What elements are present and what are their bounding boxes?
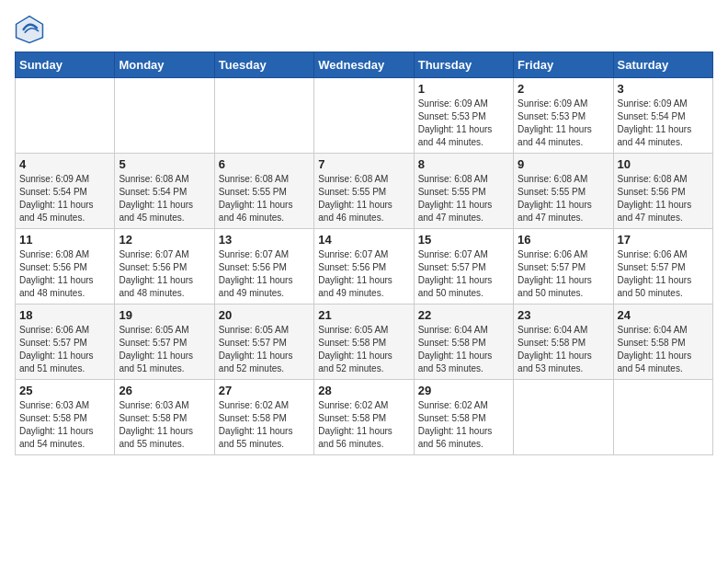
calendar-week-4: 18Sunrise: 6:06 AMSunset: 5:57 PMDayligh… <box>16 304 713 380</box>
day-number: 14 <box>318 233 409 247</box>
day-info: Sunrise: 6:09 AMSunset: 5:54 PMDaylight:… <box>19 173 110 224</box>
header-monday: Monday <box>115 52 214 78</box>
day-info: Sunrise: 6:04 AMSunset: 5:58 PMDaylight:… <box>618 324 709 375</box>
calendar-cell: 17Sunrise: 6:06 AMSunset: 5:57 PMDayligh… <box>613 229 712 304</box>
day-number: 24 <box>618 308 709 322</box>
calendar-cell: 14Sunrise: 6:07 AMSunset: 5:56 PMDayligh… <box>314 229 414 304</box>
day-info: Sunrise: 6:08 AMSunset: 5:55 PMDaylight:… <box>418 173 509 224</box>
day-info: Sunrise: 6:04 AMSunset: 5:58 PMDaylight:… <box>518 324 609 375</box>
calendar-cell: 19Sunrise: 6:05 AMSunset: 5:57 PMDayligh… <box>115 304 214 380</box>
calendar-cell: 11Sunrise: 6:08 AMSunset: 5:56 PMDayligh… <box>16 229 115 304</box>
header-friday: Friday <box>514 52 613 78</box>
day-info: Sunrise: 6:09 AMSunset: 5:54 PMDaylight:… <box>618 98 709 149</box>
calendar-week-1: 1Sunrise: 6:09 AMSunset: 5:53 PMDaylight… <box>16 78 713 154</box>
day-number: 6 <box>219 157 310 171</box>
day-number: 18 <box>19 308 110 322</box>
day-number: 8 <box>418 157 509 171</box>
logo-icon <box>15 15 44 44</box>
calendar-week-3: 11Sunrise: 6:08 AMSunset: 5:56 PMDayligh… <box>16 229 713 304</box>
day-info: Sunrise: 6:08 AMSunset: 5:55 PMDaylight:… <box>219 173 310 224</box>
header-saturday: Saturday <box>613 52 712 78</box>
day-info: Sunrise: 6:05 AMSunset: 5:57 PMDaylight:… <box>119 324 210 375</box>
calendar-cell: 26Sunrise: 6:03 AMSunset: 5:58 PMDayligh… <box>115 380 214 455</box>
calendar-cell: 8Sunrise: 6:08 AMSunset: 5:55 PMDaylight… <box>414 154 513 229</box>
calendar-cell: 23Sunrise: 6:04 AMSunset: 5:58 PMDayligh… <box>514 304 613 380</box>
day-number: 1 <box>418 82 509 96</box>
day-number: 22 <box>418 308 509 322</box>
calendar-week-2: 4Sunrise: 6:09 AMSunset: 5:54 PMDaylight… <box>16 154 713 229</box>
header-thursday: Thursday <box>414 52 513 78</box>
day-number: 23 <box>518 308 609 322</box>
calendar-cell: 25Sunrise: 6:03 AMSunset: 5:58 PMDayligh… <box>16 380 115 455</box>
day-number: 5 <box>119 157 210 171</box>
calendar-cell: 29Sunrise: 6:02 AMSunset: 5:58 PMDayligh… <box>414 380 513 455</box>
page-header <box>15 15 713 44</box>
calendar-cell: 20Sunrise: 6:05 AMSunset: 5:57 PMDayligh… <box>214 304 313 380</box>
day-number: 3 <box>618 82 709 96</box>
calendar-cell: 9Sunrise: 6:08 AMSunset: 5:55 PMDaylight… <box>514 154 613 229</box>
calendar-table: Sunday Monday Tuesday Wednesday Thursday… <box>15 52 713 455</box>
calendar-cell: 24Sunrise: 6:04 AMSunset: 5:58 PMDayligh… <box>613 304 712 380</box>
calendar-cell: 10Sunrise: 6:08 AMSunset: 5:56 PMDayligh… <box>613 154 712 229</box>
day-number: 21 <box>318 308 409 322</box>
calendar-cell: 13Sunrise: 6:07 AMSunset: 5:56 PMDayligh… <box>214 229 313 304</box>
calendar-cell <box>115 78 214 154</box>
day-number: 28 <box>318 384 409 397</box>
day-number: 29 <box>418 384 509 397</box>
day-number: 20 <box>219 308 310 322</box>
day-info: Sunrise: 6:06 AMSunset: 5:57 PMDaylight:… <box>618 248 709 300</box>
day-number: 4 <box>19 157 110 171</box>
header-wednesday: Wednesday <box>314 52 414 78</box>
day-number: 25 <box>19 384 110 397</box>
day-number: 15 <box>418 233 509 247</box>
calendar-week-5: 25Sunrise: 6:03 AMSunset: 5:58 PMDayligh… <box>16 380 713 455</box>
day-number: 7 <box>318 157 409 171</box>
calendar-cell: 15Sunrise: 6:07 AMSunset: 5:57 PMDayligh… <box>414 229 513 304</box>
calendar-cell: 12Sunrise: 6:07 AMSunset: 5:56 PMDayligh… <box>115 229 214 304</box>
calendar-cell: 2Sunrise: 6:09 AMSunset: 5:53 PMDaylight… <box>514 78 613 154</box>
calendar-cell <box>214 78 313 154</box>
day-info: Sunrise: 6:07 AMSunset: 5:56 PMDaylight:… <box>219 248 310 300</box>
day-info: Sunrise: 6:04 AMSunset: 5:58 PMDaylight:… <box>418 324 509 375</box>
calendar-cell: 6Sunrise: 6:08 AMSunset: 5:55 PMDaylight… <box>214 154 313 229</box>
day-number: 27 <box>219 384 310 397</box>
day-info: Sunrise: 6:02 AMSunset: 5:58 PMDaylight:… <box>318 399 409 451</box>
calendar-cell: 21Sunrise: 6:05 AMSunset: 5:58 PMDayligh… <box>314 304 414 380</box>
day-info: Sunrise: 6:05 AMSunset: 5:58 PMDaylight:… <box>318 324 409 375</box>
header-sunday: Sunday <box>16 52 115 78</box>
day-info: Sunrise: 6:08 AMSunset: 5:55 PMDaylight:… <box>318 173 409 224</box>
header-tuesday: Tuesday <box>214 52 313 78</box>
day-info: Sunrise: 6:03 AMSunset: 5:58 PMDaylight:… <box>119 399 210 451</box>
day-number: 9 <box>518 157 609 171</box>
logo <box>15 15 48 44</box>
day-number: 16 <box>518 233 609 247</box>
calendar-cell: 1Sunrise: 6:09 AMSunset: 5:53 PMDaylight… <box>414 78 513 154</box>
calendar-cell: 7Sunrise: 6:08 AMSunset: 5:55 PMDaylight… <box>314 154 414 229</box>
day-info: Sunrise: 6:02 AMSunset: 5:58 PMDaylight:… <box>418 399 509 451</box>
day-info: Sunrise: 6:05 AMSunset: 5:57 PMDaylight:… <box>219 324 310 375</box>
day-number: 19 <box>119 308 210 322</box>
calendar-cell: 18Sunrise: 6:06 AMSunset: 5:57 PMDayligh… <box>16 304 115 380</box>
calendar-cell: 4Sunrise: 6:09 AMSunset: 5:54 PMDaylight… <box>16 154 115 229</box>
day-info: Sunrise: 6:07 AMSunset: 5:56 PMDaylight:… <box>318 248 409 300</box>
day-info: Sunrise: 6:08 AMSunset: 5:55 PMDaylight:… <box>518 173 609 224</box>
day-info: Sunrise: 6:09 AMSunset: 5:53 PMDaylight:… <box>518 98 609 149</box>
day-info: Sunrise: 6:06 AMSunset: 5:57 PMDaylight:… <box>19 324 110 375</box>
calendar-cell: 22Sunrise: 6:04 AMSunset: 5:58 PMDayligh… <box>414 304 513 380</box>
day-info: Sunrise: 6:09 AMSunset: 5:53 PMDaylight:… <box>418 98 509 149</box>
day-info: Sunrise: 6:06 AMSunset: 5:57 PMDaylight:… <box>518 248 609 300</box>
calendar-cell: 3Sunrise: 6:09 AMSunset: 5:54 PMDaylight… <box>613 78 712 154</box>
day-number: 10 <box>618 157 709 171</box>
calendar-cell <box>613 380 712 455</box>
day-info: Sunrise: 6:07 AMSunset: 5:56 PMDaylight:… <box>119 248 210 300</box>
calendar-body: 1Sunrise: 6:09 AMSunset: 5:53 PMDaylight… <box>16 78 713 455</box>
calendar-cell: 27Sunrise: 6:02 AMSunset: 5:58 PMDayligh… <box>214 380 313 455</box>
calendar-cell: 16Sunrise: 6:06 AMSunset: 5:57 PMDayligh… <box>514 229 613 304</box>
day-info: Sunrise: 6:07 AMSunset: 5:57 PMDaylight:… <box>418 248 509 300</box>
day-number: 2 <box>518 82 609 96</box>
calendar-cell <box>314 78 414 154</box>
days-header-row: Sunday Monday Tuesday Wednesday Thursday… <box>16 52 713 78</box>
day-info: Sunrise: 6:08 AMSunset: 5:56 PMDaylight:… <box>618 173 709 224</box>
day-info: Sunrise: 6:08 AMSunset: 5:54 PMDaylight:… <box>119 173 210 224</box>
day-info: Sunrise: 6:08 AMSunset: 5:56 PMDaylight:… <box>19 248 110 300</box>
